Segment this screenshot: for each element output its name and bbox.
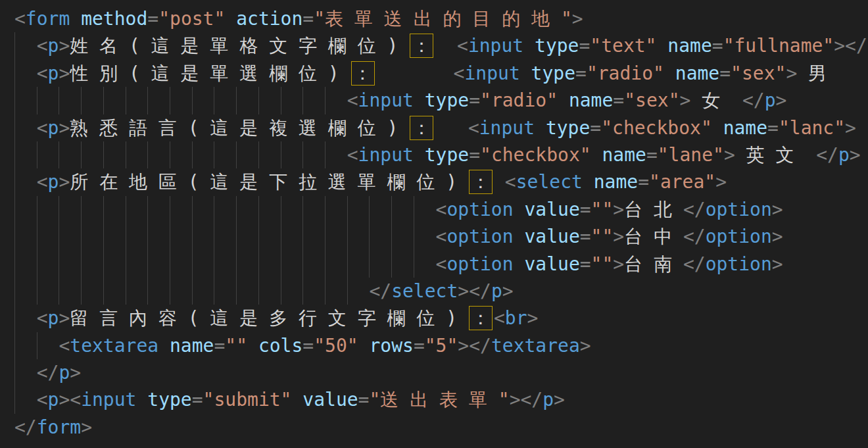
code-line[interactable]: <form method="post" action="表單送出的目的地"> xyxy=(14,5,868,32)
token-pun: = xyxy=(414,335,425,357)
code-line[interactable]: <option value="">台中</option> xyxy=(14,223,868,250)
token-sp xyxy=(514,253,525,275)
code-line[interactable]: <p><input type="submit" value="送出表單"></p… xyxy=(14,386,868,413)
indent-guides xyxy=(14,386,37,413)
token-attr: name xyxy=(723,117,767,139)
token-sp xyxy=(376,62,454,84)
token-sp xyxy=(735,144,746,166)
token-pun: < xyxy=(59,335,70,357)
token-tag: option xyxy=(706,226,772,247)
code-line[interactable]: <p>留言內容(這是多行文字欄位)：<br> xyxy=(14,305,868,332)
token-pun: > xyxy=(59,307,70,329)
token-pun: = xyxy=(302,335,314,357)
token-pun: = xyxy=(613,89,624,111)
token-pun: < xyxy=(37,389,48,411)
code-line[interactable]: <p>姓名(這是單格文字欄位)： <input type="text" name… xyxy=(14,32,868,59)
indent-guides xyxy=(14,332,59,359)
token-str: "" xyxy=(591,199,614,220)
token-pun: ></ xyxy=(834,35,867,57)
token-pun: > xyxy=(772,226,783,247)
token-str: "lane" xyxy=(658,144,724,166)
code-area[interactable]: <form method="post" action="表單送出的目的地"><p… xyxy=(14,5,868,441)
token-attr: type xyxy=(546,117,590,139)
indent-guides xyxy=(14,305,37,332)
indent-guides xyxy=(14,168,37,195)
token-pun: </ xyxy=(683,226,706,247)
token-tag: p xyxy=(48,117,59,139)
token-attr: value xyxy=(524,226,579,247)
token-sp xyxy=(136,389,147,411)
token-sp xyxy=(414,89,425,111)
token-sp xyxy=(414,144,425,166)
token-tag: input xyxy=(358,89,414,111)
token-sp xyxy=(856,117,867,139)
token-pun: > xyxy=(70,362,81,384)
token-pun: = xyxy=(214,335,225,357)
code-line[interactable]: </p> xyxy=(14,359,868,386)
token-pun: = xyxy=(302,8,314,30)
token-sp xyxy=(514,226,525,247)
token-tag: p xyxy=(542,389,554,411)
token-pun: = xyxy=(719,62,731,84)
code-line[interactable]: </form> xyxy=(14,414,868,441)
token-attr: rows xyxy=(369,335,413,357)
token-pun: </ xyxy=(37,362,59,384)
token-pun: > xyxy=(786,62,797,84)
token-pun: </ xyxy=(683,253,706,275)
token-pun: = xyxy=(469,89,480,111)
code-line[interactable]: <textarea name="" cols="50" rows="5"></t… xyxy=(14,332,868,359)
token-txt: 男 xyxy=(808,62,838,84)
code-line[interactable]: <p>熟悉語言(這是複選欄位)： <input type="checkbox" … xyxy=(14,114,868,141)
code-line[interactable]: <option value="">台南</option> xyxy=(14,251,868,278)
token-str: " xyxy=(369,389,380,411)
token-txt: 所在地區(這是下拉選單欄位) xyxy=(70,171,468,193)
token-sp xyxy=(583,171,594,193)
code-line[interactable]: <p>性別(這是單選欄位)： <input type="radio" name=… xyxy=(14,60,868,87)
token-sp xyxy=(70,8,81,30)
token-str: "sex" xyxy=(624,89,679,111)
unicode-highlight-char: ： xyxy=(469,170,493,194)
token-pun: > xyxy=(527,307,539,329)
token-tag: p xyxy=(765,89,776,111)
token-sp xyxy=(558,89,569,111)
token-pun: < xyxy=(14,8,26,30)
token-tag: p xyxy=(59,362,70,384)
token-pun: < xyxy=(37,171,48,193)
token-sp xyxy=(535,117,546,139)
token-pun: = xyxy=(147,8,158,30)
token-str: "fullname" xyxy=(723,35,834,57)
token-txt: 台南 xyxy=(624,253,683,275)
token-pun: > xyxy=(776,89,787,111)
code-line[interactable]: <option value="">台北</option> xyxy=(14,196,868,223)
token-pun: = xyxy=(767,117,779,139)
token-str: "text" xyxy=(590,35,656,57)
token-pun: > xyxy=(845,117,856,139)
token-sp xyxy=(158,335,170,357)
token-sp xyxy=(291,389,302,411)
token-pun: > xyxy=(724,144,735,166)
token-pun: >< xyxy=(59,389,81,411)
unicode-highlight-char: ： xyxy=(469,306,493,330)
indent-guides xyxy=(14,196,436,223)
token-attr: cols xyxy=(258,335,302,357)
token-pun: > xyxy=(554,389,565,411)
token-txt: 台中 xyxy=(624,226,683,247)
token-pun: > xyxy=(613,199,624,220)
token-pun: = xyxy=(358,389,370,411)
token-tag: option xyxy=(706,253,772,275)
token-sp xyxy=(805,144,816,166)
indent-guides xyxy=(14,223,436,250)
token-tag: p xyxy=(48,389,59,411)
token-pun: ></ xyxy=(458,335,491,357)
token-attr: name xyxy=(594,171,638,193)
code-line[interactable]: <input type="checkbox" name="lane"> 英文 <… xyxy=(14,141,868,168)
code-line[interactable]: <p>所在地區(這是下拉選單欄位)： <select name="area"> xyxy=(14,168,868,195)
token-pun: = xyxy=(638,171,649,193)
token-pun: > xyxy=(502,280,514,302)
token-sp xyxy=(435,35,457,57)
code-line[interactable]: </select></p> xyxy=(14,278,868,305)
code-line[interactable]: <input type="radio" name="sex"> 女 </p> xyxy=(14,87,868,114)
token-pun: > xyxy=(572,8,583,30)
token-str: "radio" xyxy=(587,62,664,84)
token-str: "50" xyxy=(314,335,358,357)
